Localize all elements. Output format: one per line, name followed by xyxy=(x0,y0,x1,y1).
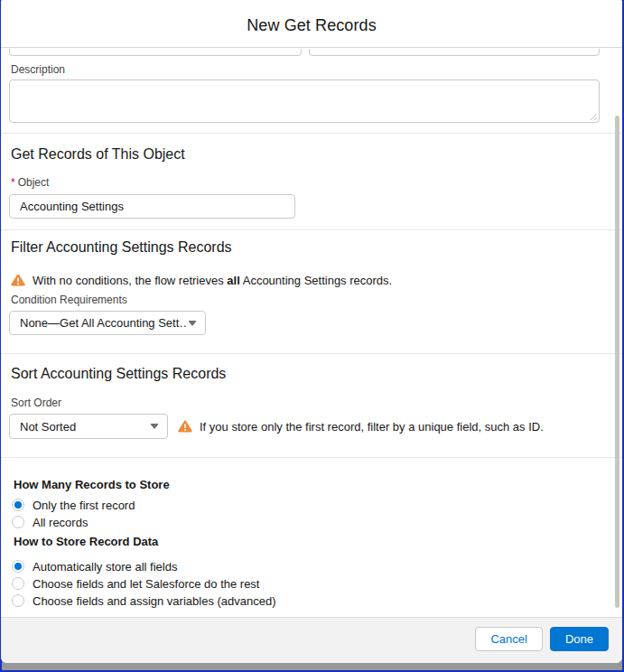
done-button[interactable]: Done xyxy=(550,627,609,651)
radio-choose-fields-advanced[interactable]: Choose fields and assign variables (adva… xyxy=(12,593,276,608)
how-to-store-label: How to Store Record Data xyxy=(14,535,158,548)
new-get-records-modal: New Get Records Description Get Records … xyxy=(1,0,622,663)
required-asterisk: * xyxy=(11,176,15,189)
sort-order-dropdown[interactable]: Not Sorted xyxy=(9,414,168,439)
condition-requirements-label: Condition Requirements xyxy=(11,294,127,306)
radio-button-icon[interactable] xyxy=(12,499,24,511)
object-section-heading: Get Records of This Object xyxy=(11,146,185,163)
radio-all-records[interactable]: All records xyxy=(12,515,88,529)
warning-icon xyxy=(11,274,25,286)
radio-automatically-store[interactable]: Automatically store all fields xyxy=(12,559,177,574)
sort-order-label: Sort Order xyxy=(11,397,61,409)
sort-warning: If you store only the first record, filt… xyxy=(178,414,544,439)
api-name-input-cutoff[interactable] xyxy=(309,49,600,56)
object-input[interactable] xyxy=(9,194,295,219)
screenshot-frame: New Get Records Description Get Records … xyxy=(0,0,624,672)
textarea-resize-icon[interactable] xyxy=(590,113,598,121)
modal-body: Description Get Records of This Object *… xyxy=(1,49,622,617)
warning-icon xyxy=(178,420,192,433)
sort-warning-text: If you store only the first record, filt… xyxy=(200,420,544,434)
caret-down-icon xyxy=(150,424,159,429)
cancel-button[interactable]: Cancel xyxy=(475,627,542,651)
radio-button-icon[interactable] xyxy=(12,594,24,607)
radio-only-first-record[interactable]: Only the first record xyxy=(12,498,135,512)
description-textarea[interactable] xyxy=(9,79,600,123)
section-divider xyxy=(1,133,622,134)
how-many-records-label: How Many Records to Store xyxy=(14,478,170,491)
modal-title: New Get Records xyxy=(247,16,377,35)
section-divider xyxy=(1,353,622,354)
sort-section-heading: Sort Accounting Settings Records xyxy=(11,366,226,382)
radio-button-icon[interactable] xyxy=(12,560,24,573)
vertical-scrollbar-thumb[interactable] xyxy=(615,116,619,608)
radio-choose-fields-salesforce[interactable]: Choose fields and let Salesforce do the … xyxy=(12,576,259,591)
description-label: Description xyxy=(11,63,65,76)
condition-requirements-dropdown[interactable]: None—Get All Accounting Sett… xyxy=(9,311,206,335)
radio-button-icon[interactable] xyxy=(12,516,24,528)
filter-warning: With no conditions, the flow retrieves a… xyxy=(11,270,392,290)
caret-down-icon xyxy=(188,321,197,326)
radio-button-icon[interactable] xyxy=(12,577,24,590)
modal-footer: Cancel Done xyxy=(1,617,622,663)
filter-section-heading: Filter Accounting Settings Records xyxy=(11,239,232,256)
filter-warning-text: With no conditions, the flow retrieves a… xyxy=(33,274,392,287)
section-divider xyxy=(1,457,622,458)
modal-header: New Get Records xyxy=(1,0,622,48)
object-field-label: *Object xyxy=(11,176,49,189)
section-divider xyxy=(1,229,622,230)
label-input-cutoff[interactable] xyxy=(9,49,302,56)
